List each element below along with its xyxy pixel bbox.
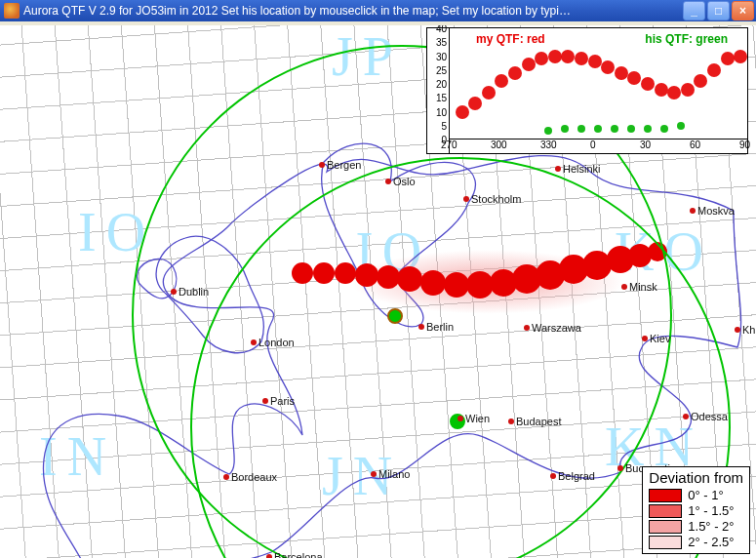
city-dot xyxy=(550,473,556,479)
chart-point xyxy=(575,52,588,65)
city-dot xyxy=(418,324,424,330)
chart-point xyxy=(681,83,695,97)
chart-point xyxy=(548,50,562,63)
chart-point xyxy=(694,74,707,88)
chart-point xyxy=(627,125,635,133)
city-label: Wien xyxy=(465,413,490,424)
y-tick: 20 xyxy=(436,79,447,90)
chart-point xyxy=(535,52,548,65)
chart-point xyxy=(544,127,552,135)
station-my xyxy=(387,308,403,324)
legend-swatch xyxy=(649,489,682,502)
legend-label: 1° - 1.5° xyxy=(688,503,734,518)
deviation-legend: Deviation from 0° - 1°1° - 1.5°1.5° - 2°… xyxy=(642,466,750,554)
city-dot xyxy=(458,416,463,421)
chart-point xyxy=(601,60,615,74)
legend-swatch xyxy=(649,520,682,534)
chart-point xyxy=(456,105,469,119)
legend-row: 1.5° - 2° xyxy=(649,519,743,534)
city-label: Minsk xyxy=(629,281,657,293)
chart-point xyxy=(707,63,721,77)
titlebar: Aurora QTF V 2.9 for JO53im in 2012 Set … xyxy=(0,0,756,21)
legend-row: 0° - 1° xyxy=(649,488,743,502)
x-tick: 300 xyxy=(491,140,507,150)
city-label: Kharkov xyxy=(742,324,756,336)
app-icon xyxy=(4,3,20,19)
chart-point xyxy=(561,50,575,63)
city-label: London xyxy=(259,337,295,348)
y-tick: 10 xyxy=(436,107,447,118)
close-button[interactable]: × xyxy=(732,1,754,20)
chart-point xyxy=(522,58,536,71)
city-label: Helsinki xyxy=(563,163,601,175)
city-dot xyxy=(690,208,696,214)
chart-legend-my: my QTF: red xyxy=(476,32,545,46)
minimize-button[interactable]: _ xyxy=(683,1,705,20)
legend-label: 1.5° - 2° xyxy=(688,519,734,534)
city-label: Moskva xyxy=(697,205,735,217)
chart-point xyxy=(667,86,681,100)
city-dot xyxy=(524,325,530,331)
legend-swatch xyxy=(649,504,682,518)
city-dot xyxy=(262,398,268,404)
x-tick: 0 xyxy=(590,140,596,150)
chart-point xyxy=(468,97,482,110)
city-label: Budapest xyxy=(516,416,561,427)
legend-label: 0° - 1° xyxy=(688,488,723,502)
chart-point xyxy=(655,83,668,97)
city-dot xyxy=(223,474,229,480)
y-tick: 35 xyxy=(436,37,447,48)
x-tick: 90 xyxy=(739,140,750,150)
x-tick: 270 xyxy=(441,140,458,150)
legend-title: Deviation from xyxy=(649,469,743,486)
city-label: Odessa xyxy=(691,411,728,422)
x-tick: 30 xyxy=(640,140,651,150)
chart-point xyxy=(495,74,508,88)
map-canvas[interactable]: JP IO JO KO IN JN KN BergenOsloStockholm… xyxy=(0,25,756,558)
window-title: Aurora QTF V 2.9 for JO53im in 2012 Set … xyxy=(23,4,683,18)
city-label: Warszawa xyxy=(532,322,581,334)
x-tick: 330 xyxy=(540,140,557,150)
maximize-button[interactable]: □ xyxy=(707,1,730,20)
chart-point xyxy=(561,125,569,133)
chart-y-axis: 0510152025303540 xyxy=(427,28,450,153)
chart-point xyxy=(721,52,735,65)
chart-point xyxy=(615,66,628,80)
city-label: Bergen xyxy=(327,159,361,171)
chart-point xyxy=(594,125,602,133)
city-label: Milano xyxy=(378,468,410,480)
y-tick: 15 xyxy=(436,93,447,103)
y-tick: 40 xyxy=(436,25,447,34)
chart-point xyxy=(577,125,585,133)
city-label: Kiev xyxy=(650,333,670,344)
city-dot xyxy=(555,166,561,172)
legend-swatch xyxy=(649,536,682,549)
legend-label: 2° - 2.5° xyxy=(688,535,734,549)
city-dot xyxy=(171,289,177,295)
qtf-chart: 0510152025303540 my QTF: red his QTF: gr… xyxy=(426,27,748,154)
chart-point xyxy=(660,125,668,133)
chart-point xyxy=(588,55,602,68)
window-buttons: _ □ × xyxy=(683,1,754,20)
y-tick: 25 xyxy=(436,65,447,76)
y-tick: 30 xyxy=(436,52,447,62)
legend-row: 1° - 1.5° xyxy=(649,503,743,518)
city-label: Bordeaux xyxy=(231,471,277,483)
chart-point xyxy=(627,71,641,85)
chart-point xyxy=(611,125,618,133)
chart-point xyxy=(644,125,652,133)
city-dot xyxy=(642,336,648,341)
chart-plot-area: my QTF: red his QTF: green xyxy=(449,28,747,140)
legend-row: 2° - 2.5° xyxy=(649,535,743,549)
city-label: Stockholm xyxy=(471,193,521,205)
city-dot xyxy=(683,414,689,419)
city-label: Dublin xyxy=(179,286,209,298)
city-dot xyxy=(385,179,391,184)
chart-legend-his: his QTF: green xyxy=(645,32,728,46)
city-dot xyxy=(371,471,377,477)
city-label: Berlin xyxy=(426,321,454,333)
city-dot xyxy=(617,465,623,471)
chart-point xyxy=(677,122,685,130)
city-dot xyxy=(251,339,257,345)
city-label: Belgrad xyxy=(558,470,595,482)
